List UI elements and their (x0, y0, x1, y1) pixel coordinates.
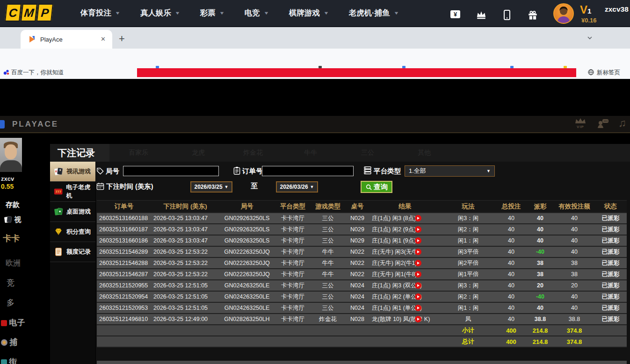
play-video-button[interactable] (415, 282, 421, 289)
date-to-picker[interactable]: 2026/03/26▼ (276, 181, 318, 193)
cell-order: 260325131660188 (97, 213, 151, 223)
bookmark-baidu[interactable]: 百度一下，你就知道 (11, 69, 64, 77)
cell-platform: 卡卡湾厅 (275, 303, 311, 313)
customer-service-icon[interactable] (597, 119, 609, 129)
play-video-button[interactable] (415, 293, 421, 300)
nav-item-label: 体育投注 (80, 8, 111, 18)
cell-play: 闲3：闲 (440, 280, 496, 291)
tag-icon (96, 167, 104, 175)
cell-total-bet: 40 (496, 236, 526, 246)
cell-order: 260325121496810 (97, 314, 151, 324)
cell-status: 已派彩 (594, 213, 627, 223)
sidebar-item-video-games[interactable]: K♥9 视讯游戏 (50, 162, 95, 182)
cell-payout: 40 (526, 213, 554, 223)
tab-list-chevron-icon[interactable] (587, 35, 593, 41)
cell-result: 庄(1点) 闲3 (双公6) (370, 280, 440, 291)
playace-favicon (28, 35, 36, 43)
cell-table: N022 (345, 258, 370, 268)
play-video-button[interactable] (415, 237, 421, 244)
play-video-button[interactable] (415, 226, 421, 233)
ghost-tab: 其他 (418, 149, 431, 157)
new-tab-button[interactable]: + (119, 33, 125, 45)
bet-records-table: 订单号 下注时间 (美东) 局号 平台类型 游戏类型 桌号 结果 玩法 总投注 … (97, 200, 627, 348)
vip-icon[interactable]: VIP (574, 117, 587, 129)
sidebar-item-slots[interactable]: 777 电子老虎机 (50, 182, 95, 202)
slot-777-icon: 777 (54, 187, 63, 196)
cell-table: N022 (345, 269, 370, 279)
cell-order: 260325121546289 (97, 247, 151, 257)
col-valid-bet: 有效投注额 (554, 201, 594, 212)
subtotal-total: 400 (496, 325, 526, 335)
cell-play: 凤 (440, 314, 496, 324)
cell-play: 闲3：闲 (440, 213, 496, 223)
cell-platform: 卡卡湾厅 (275, 258, 311, 268)
cell-game: 三公 (311, 303, 345, 313)
cell-order: 260325131660186 (97, 236, 151, 246)
cell-order: 260325121520954 (97, 292, 151, 302)
background-balance: 0.55 (1, 183, 14, 190)
transfer-icon[interactable]: ¥ (450, 10, 460, 18)
chevron-down-icon: ▼ (224, 185, 229, 189)
cell-valid-bet: 40 (554, 303, 594, 313)
nav-item[interactable]: 体育投注 ▼ (80, 8, 120, 18)
cmp-logo[interactable]: C M P (6, 4, 52, 21)
sidebar-item-label: 视讯游戏 (66, 167, 91, 176)
green-cards-icon (54, 207, 63, 216)
cell-time: 2026-03-25 13:03:47 (151, 236, 219, 246)
playace-header: PLAYACE VIP ♫ (0, 116, 630, 133)
modal-sidebar: K♥9 视讯游戏 777 电子老虎机 桌面游戏 积分查询 额度记录 (50, 162, 96, 364)
cell-order: 260325131660187 (97, 224, 151, 235)
sidebar-item-table-games[interactable]: 桌面游戏 (50, 202, 95, 222)
cell-result: 庄(无牛) 闲2(牛1) (370, 258, 440, 268)
play-video-button[interactable] (415, 271, 421, 278)
nav-item[interactable]: 真人娱乐 ▼ (140, 8, 180, 18)
cell-status: 已派彩 (594, 303, 627, 313)
table-row: 260325121520955 2026-03-25 12:51:05 GN02… (97, 280, 627, 291)
modal-title: 下注记录 (58, 147, 95, 159)
nav-item[interactable]: 老虎机·捕鱼 ▼ (349, 8, 398, 18)
gift-icon[interactable] (528, 10, 538, 20)
nav-item[interactable]: 电竞 ▼ (245, 8, 268, 18)
tab-close-icon[interactable]: ✕ (101, 36, 106, 43)
nav-item[interactable]: 棋牌游戏 ▼ (289, 8, 328, 18)
platform-type-select[interactable]: 1.全部 ▼ (405, 165, 495, 177)
cell-valid-bet: 38.8 (554, 314, 594, 324)
cell-time: 2026-03-25 13:03:47 (151, 213, 219, 223)
playing-cards-icon: K♥9 (54, 167, 63, 176)
table-row: 260325121520953 2026-03-25 12:51:05 GN02… (97, 303, 627, 313)
cell-total-bet: 40 (496, 258, 526, 268)
browser-tab[interactable]: PlayAce ✕ (21, 30, 112, 49)
search-button[interactable]: 查询 (361, 181, 392, 193)
col-total-bet: 总投注 (496, 201, 526, 212)
sidebar-item-credit-records[interactable]: 额度记录 (50, 242, 95, 262)
background-slots: 电子 (1, 317, 25, 328)
col-table: 桌号 (345, 201, 370, 212)
mobile-icon[interactable] (504, 10, 510, 20)
date-from-picker[interactable]: 2026/03/25▼ (190, 181, 232, 193)
cell-result: 庄(1点) 闲3 (8点) (370, 213, 440, 223)
browser-tab-strip: PlayAce ✕ + (0, 27, 630, 49)
play-video-button[interactable] (415, 249, 421, 255)
play-video-button[interactable] (415, 316, 421, 322)
table-header-row: 订单号 下注时间 (美东) 局号 平台类型 游戏类型 桌号 结果 玩法 总投注 … (97, 201, 627, 212)
user-avatar[interactable] (553, 3, 574, 24)
round-number-input[interactable] (123, 166, 219, 176)
cell-status: 已派彩 (594, 314, 627, 324)
background-fishing: 捕 (1, 337, 17, 348)
redacted-bookmarks-band (137, 68, 576, 77)
globe-icon (587, 69, 594, 76)
cell-total-bet: 40 (496, 303, 526, 313)
crown-icon[interactable] (476, 10, 486, 20)
order-number-input[interactable] (262, 166, 354, 176)
sidebar-item-points[interactable]: 积分查询 (50, 222, 95, 242)
play-video-button[interactable] (415, 215, 421, 221)
nav-item[interactable]: 彩票 ▼ (200, 8, 224, 18)
cell-round: GN029263250LS (219, 213, 275, 223)
music-icon[interactable]: ♫ (618, 117, 626, 129)
play-video-button[interactable] (415, 305, 421, 311)
play-video-button[interactable] (415, 260, 421, 266)
cell-game: 牛牛 (311, 247, 345, 257)
bookmark-new-tab[interactable]: 新标签页 (597, 69, 620, 77)
cell-table: N029 (345, 213, 370, 223)
cell-order: 260325121520953 (97, 303, 151, 313)
